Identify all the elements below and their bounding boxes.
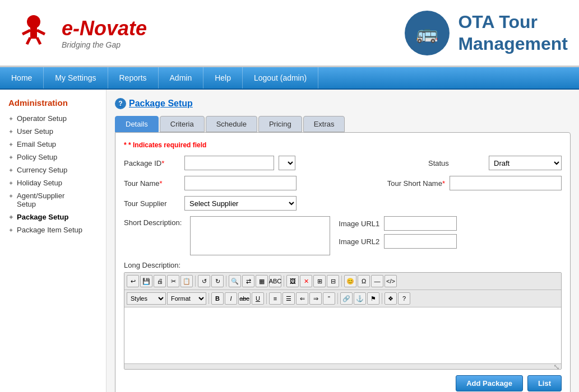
- rte-copy[interactable]: 📋: [180, 275, 193, 287]
- action-row: Add Package List: [124, 375, 562, 391]
- sidebar-item-email-setup[interactable]: ✦ Email Setup: [0, 138, 106, 151]
- sidebar-item-package-item-setup[interactable]: ✦ Package Item Setup: [0, 223, 106, 236]
- rte-sep-5: [209, 293, 209, 304]
- status-label: Status: [428, 159, 484, 167]
- sidebar-item-operator-setup[interactable]: ✦ Operator Setup: [0, 112, 106, 125]
- rte-emoji[interactable]: 😊: [344, 275, 356, 287]
- rte-print[interactable]: 🖨: [154, 275, 166, 287]
- rte-code[interactable]: </>: [385, 275, 397, 287]
- sidebar: Administration ✦ Operator Setup ✦ User S…: [0, 90, 106, 392]
- image-url1-input[interactable]: [384, 216, 457, 231]
- sidebar-item-policy-setup[interactable]: ✦ Policy Setup: [0, 151, 106, 164]
- tour-short-name-input[interactable]: [450, 176, 562, 190]
- rte-table3[interactable]: ⊟: [327, 275, 339, 287]
- nav-reports[interactable]: Reports: [108, 67, 159, 88]
- sidebar-item-agent-supplier-setup[interactable]: ✦ Agent/SupplierSetup: [0, 189, 106, 211]
- page-title-row: ? Package Setup: [115, 98, 571, 109]
- rte-bold[interactable]: B: [211, 292, 224, 305]
- rte-del[interactable]: ✕: [300, 275, 312, 287]
- ota-title: OTA Tour Management: [458, 11, 568, 54]
- package-id-input[interactable]: [184, 156, 274, 170]
- rte-blockquote[interactable]: ": [323, 292, 335, 305]
- sidebar-item-holiday-setup[interactable]: ✦ Holiday Setup: [0, 176, 106, 189]
- nav-logout[interactable]: Logout (admin): [243, 67, 318, 88]
- rte-toolbar-2: Styles Format B I abc U ≡: [124, 290, 561, 307]
- sidebar-item-user-setup[interactable]: ✦ User Setup: [0, 125, 106, 138]
- sidebar-item-currency-setup[interactable]: ✦ Currency Setup: [0, 164, 106, 176]
- rte-undo2[interactable]: ↺: [198, 275, 210, 287]
- rte-img[interactable]: 🖼: [286, 275, 299, 287]
- nav-help[interactable]: Help: [203, 67, 243, 88]
- rte-special[interactable]: Ω: [358, 275, 370, 287]
- tab-schedule[interactable]: Schedule: [206, 116, 257, 132]
- supplier-select[interactable]: Select Supplier: [184, 196, 297, 211]
- rte-anchor[interactable]: ⚓: [354, 292, 366, 305]
- image-url2-input[interactable]: [384, 234, 457, 249]
- tour-supplier-group: Tour Supplier Select Supplier: [124, 196, 297, 211]
- package-id-label: Package ID*: [124, 159, 180, 167]
- rte-table2[interactable]: ⊞: [313, 275, 326, 287]
- form-row-2: Tour Name* Tour Short Name*: [124, 176, 562, 190]
- rte-help[interactable]: ?: [398, 292, 410, 305]
- rte-link[interactable]: 🔗: [340, 292, 353, 305]
- rte-source[interactable]: ❖: [385, 292, 397, 305]
- tab-criteria[interactable]: Criteria: [160, 116, 205, 132]
- list-button[interactable]: List: [527, 375, 562, 391]
- package-id-dropdown[interactable]: ▼: [279, 156, 295, 170]
- status-select[interactable]: Draft Active Inactive: [489, 156, 562, 170]
- tour-name-label: Tour Name*: [124, 179, 180, 188]
- rte-underline[interactable]: U: [252, 292, 264, 305]
- rte-hr[interactable]: —: [371, 275, 383, 287]
- rte-list-ol[interactable]: ☰: [282, 292, 295, 305]
- rte-indent[interactable]: ⇒: [309, 292, 322, 305]
- rte-redo[interactable]: ↻: [211, 275, 224, 287]
- rte-find[interactable]: 🔍: [229, 275, 241, 287]
- rte-replace[interactable]: ⇄: [242, 275, 254, 287]
- svg-point-0: [27, 15, 40, 29]
- tour-short-name-label: Tour Short Name*: [387, 179, 445, 188]
- short-desc-textarea[interactable]: [190, 216, 330, 255]
- rte-spell[interactable]: ABC: [269, 275, 281, 287]
- rte-sep-8: [382, 293, 382, 304]
- rich-text-editor[interactable]: ↩ 💾 🖨 ✂ 📋 ↺ ↻ 🔍 ⇄ ▦ ABC: [124, 272, 562, 370]
- nav-admin[interactable]: Admin: [159, 67, 204, 88]
- bullet-icon: ✦: [8, 193, 13, 200]
- rte-italic[interactable]: I: [225, 292, 237, 305]
- nav-home[interactable]: Home: [0, 67, 44, 88]
- rte-strikethrough[interactable]: abc: [238, 292, 251, 305]
- add-package-button[interactable]: Add Package: [456, 375, 523, 391]
- rte-body[interactable]: [124, 307, 561, 363]
- short-desc-label: Short Description:: [124, 216, 182, 227]
- rte-resize[interactable]: ⤡: [124, 363, 561, 369]
- rte-format-select[interactable]: Format: [167, 292, 206, 305]
- page-title: Package Setup: [129, 99, 193, 109]
- bullet-icon: ✦: [8, 128, 13, 136]
- bullet-icon: ✦: [8, 227, 13, 234]
- status-group: Status Draft Active Inactive: [428, 156, 562, 170]
- nav-bar: Home My Settings Reports Admin Help Logo…: [0, 67, 579, 90]
- rte-flag[interactable]: ⚑: [367, 292, 379, 305]
- tab-extras[interactable]: Extras: [303, 116, 345, 132]
- tab-details[interactable]: Details: [115, 116, 159, 132]
- rte-save[interactable]: 💾: [140, 275, 152, 287]
- long-desc-label: Long Description:: [124, 261, 562, 269]
- tour-supplier-label: Tour Supplier: [124, 199, 180, 208]
- sidebar-title: Administration: [0, 95, 106, 112]
- nav-my-settings[interactable]: My Settings: [44, 67, 108, 88]
- rte-sep-3: [284, 276, 284, 287]
- desc-row: Short Description: Image URL1 Image URL2: [124, 216, 562, 255]
- help-icon[interactable]: ?: [115, 98, 126, 109]
- svg-line-5: [37, 38, 40, 44]
- tour-name-input[interactable]: [184, 176, 297, 190]
- rte-undo[interactable]: ↩: [127, 275, 139, 287]
- rte-list-ul[interactable]: ≡: [269, 292, 281, 305]
- sidebar-item-package-setup[interactable]: ✦ Package Setup: [0, 211, 106, 223]
- rte-cut[interactable]: ✂: [167, 275, 179, 287]
- svg-line-2: [22, 30, 30, 34]
- tab-pricing[interactable]: Pricing: [258, 116, 302, 132]
- rte-sep-4: [341, 276, 342, 287]
- rte-outdent[interactable]: ⇐: [296, 292, 308, 305]
- rte-styles-select[interactable]: Styles: [127, 292, 166, 305]
- tour-short-name-group: Tour Short Name*: [387, 176, 562, 190]
- rte-table[interactable]: ▦: [256, 275, 268, 287]
